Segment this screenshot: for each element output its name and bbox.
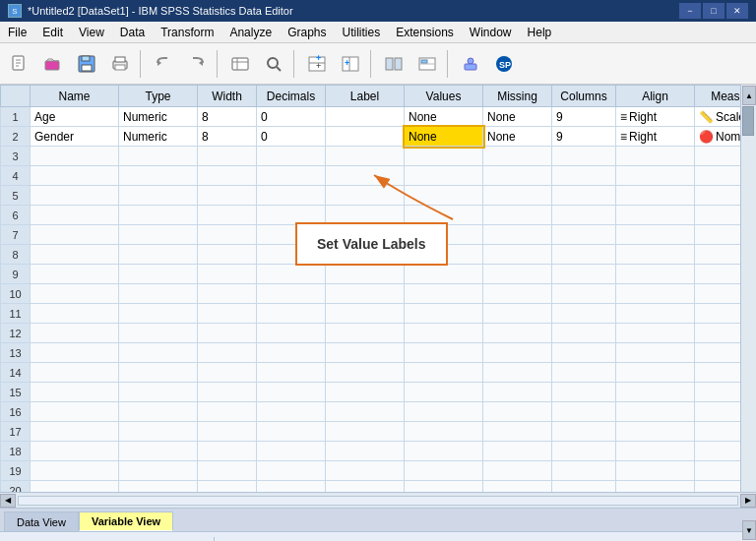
col-type-header[interactable]: Type xyxy=(119,86,198,107)
table-row: 14 xyxy=(1,363,741,383)
redo-button[interactable] xyxy=(181,48,213,80)
row-number: 18 xyxy=(1,442,31,461)
col-name-header[interactable]: Name xyxy=(31,86,119,107)
cell-label[interactable] xyxy=(326,107,405,127)
spss-logo-button[interactable]: SP xyxy=(488,48,520,80)
col-values-header[interactable]: Values xyxy=(405,86,483,107)
goto-button[interactable] xyxy=(224,48,256,80)
row-number: 10 xyxy=(1,284,31,304)
horizontal-scrollbar[interactable]: ◀ ▶ xyxy=(0,492,756,508)
cell-values-selected[interactable]: None xyxy=(405,127,483,147)
variable-view-table: Name Type Width Decimals Label Values Mi… xyxy=(0,85,740,492)
split-file-button[interactable] xyxy=(378,48,410,80)
close-button[interactable]: ✕ xyxy=(726,3,748,19)
svg-rect-10 xyxy=(115,65,125,70)
col-decimals-header[interactable]: Decimals xyxy=(257,86,326,107)
maximize-button[interactable]: □ xyxy=(703,3,724,19)
svg-rect-9 xyxy=(115,57,125,62)
spreadsheet[interactable]: Name Type Width Decimals Label Values Mi… xyxy=(0,85,740,492)
cell-missing[interactable]: None xyxy=(483,127,552,147)
col-measure-header[interactable]: Measure xyxy=(695,86,741,107)
save-button[interactable] xyxy=(71,48,102,80)
open-button[interactable] xyxy=(37,48,69,80)
cell-measure[interactable]: 📏Scale xyxy=(695,107,741,127)
col-align-header[interactable]: Align xyxy=(616,86,695,107)
cell-values[interactable]: None xyxy=(405,107,483,127)
cell-name[interactable]: Gender xyxy=(31,127,119,147)
toolbar: ++ + SP xyxy=(0,43,756,85)
new-file-button[interactable] xyxy=(4,48,35,80)
row-number: 17 xyxy=(1,422,31,442)
col-width-header[interactable]: Width xyxy=(198,86,257,107)
svg-text:SP: SP xyxy=(499,60,511,70)
vertical-scrollbar[interactable]: ▲ ▼ xyxy=(740,85,756,492)
row-number: 8 xyxy=(1,245,31,265)
table-row: 13 xyxy=(1,343,741,363)
table-row: 20 xyxy=(1,481,741,493)
row-number: 16 xyxy=(1,402,31,422)
svg-rect-29 xyxy=(421,60,427,63)
row-num-header xyxy=(1,86,31,107)
table-row: 6 xyxy=(1,206,741,225)
cell-type[interactable]: Numeric xyxy=(119,107,198,127)
svg-marker-12 xyxy=(199,60,203,66)
table-row: 11 xyxy=(1,304,741,324)
cell-decimals[interactable]: 0 xyxy=(257,107,326,127)
spreadsheet-container: Name Type Width Decimals Label Values Mi… xyxy=(0,85,740,492)
weight-cases-button[interactable] xyxy=(455,48,486,80)
tab-data-view[interactable]: Data View xyxy=(4,511,79,531)
svg-point-30 xyxy=(468,58,473,64)
cell-width[interactable]: 8 xyxy=(198,107,257,127)
insert-variables-button[interactable]: + xyxy=(335,48,366,80)
menu-utilities[interactable]: Utilities xyxy=(334,22,388,42)
cell-missing[interactable]: None xyxy=(483,107,552,127)
cell-name[interactable]: Age xyxy=(31,107,119,127)
cell-label[interactable] xyxy=(326,127,405,147)
svg-rect-13 xyxy=(232,58,248,70)
cell-decimals[interactable]: 0 xyxy=(257,127,326,147)
svg-point-16 xyxy=(268,58,278,68)
menu-edit[interactable]: Edit xyxy=(34,22,71,42)
table-row: 9 xyxy=(1,265,741,284)
minimize-button[interactable]: − xyxy=(679,3,701,19)
cell-type[interactable]: Numeric xyxy=(119,127,198,147)
print-button[interactable] xyxy=(104,48,136,80)
menu-graphs[interactable]: Graphs xyxy=(280,22,334,42)
cell-columns[interactable]: 9 xyxy=(552,107,616,127)
row-number: 9 xyxy=(1,265,31,284)
tab-variable-view[interactable]: Variable View xyxy=(79,511,173,531)
cell-align[interactable]: ≡Right xyxy=(616,107,695,127)
select-cases-button[interactable] xyxy=(411,48,443,80)
row-number: 19 xyxy=(1,461,31,481)
row-number: 20 xyxy=(1,481,31,493)
menu-view[interactable]: View xyxy=(71,22,112,42)
col-missing-header[interactable]: Missing xyxy=(483,86,552,107)
cell-columns[interactable]: 9 xyxy=(552,127,616,147)
menu-analyze[interactable]: Analyze xyxy=(221,22,280,42)
svg-rect-6 xyxy=(82,56,90,61)
menu-file[interactable]: File xyxy=(0,22,34,42)
svg-rect-25 xyxy=(386,58,393,70)
cell-width[interactable]: 8 xyxy=(198,127,257,147)
menu-data[interactable]: Data xyxy=(112,22,153,42)
app-icon: S xyxy=(8,4,22,18)
row-number: 11 xyxy=(1,304,31,324)
menu-window[interactable]: Window xyxy=(462,22,520,42)
svg-rect-7 xyxy=(82,65,92,71)
menu-extensions[interactable]: Extensions xyxy=(388,22,462,42)
table-row: 12 xyxy=(1,324,741,343)
insert-cases-button[interactable]: ++ xyxy=(301,48,333,80)
cell-measure[interactable]: 🔴Nominal xyxy=(695,127,741,147)
undo-button[interactable] xyxy=(148,48,179,80)
table-row: 18 xyxy=(1,442,741,461)
find-button[interactable] xyxy=(258,48,289,80)
toolbar-separator-2 xyxy=(217,50,220,78)
cell-align[interactable]: ≡Right xyxy=(616,127,695,147)
row-number: 5 xyxy=(1,186,31,206)
toolbar-separator-3 xyxy=(293,50,297,78)
col-columns-header[interactable]: Columns xyxy=(552,86,616,107)
menu-transform[interactable]: Transform xyxy=(153,22,221,42)
menu-help[interactable]: Help xyxy=(520,22,560,42)
col-label-header[interactable]: Label xyxy=(326,86,405,107)
menu-bar: File Edit View Data Transform Analyze Gr… xyxy=(0,22,756,43)
